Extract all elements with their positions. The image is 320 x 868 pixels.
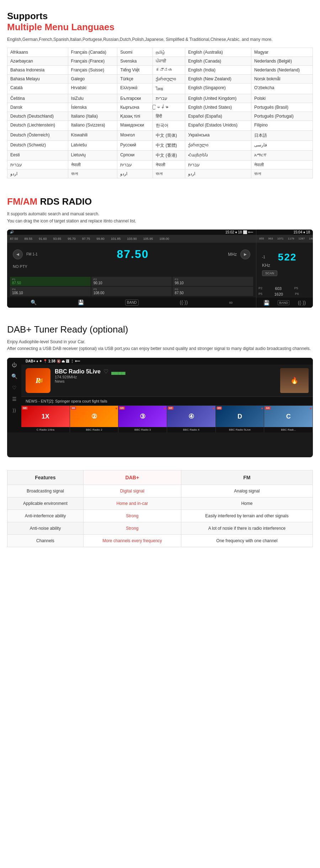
dab-channel[interactable]: 0/0 C ♥ BBC Radi... bbox=[264, 406, 313, 432]
dab-channel-heart-icon[interactable]: ♥ bbox=[67, 406, 69, 410]
fm-icon-loop[interactable]: ∞ bbox=[229, 300, 233, 305]
lang-cell: বাংলা bbox=[153, 169, 185, 178]
lang-cell: Български bbox=[117, 94, 153, 103]
am-panel: 15:04 ♦ 18 8559631071117912871404 -1 522… bbox=[256, 230, 313, 308]
am-unit: KHz bbox=[262, 263, 307, 268]
fm-preset[interactable]: P5108.00 bbox=[91, 287, 172, 296]
dab-channels: 0/0 1X ♥ C Radio 1Xtra 0/0 ② ♥ BBC Radio… bbox=[21, 405, 313, 432]
dab-channel-heart-icon[interactable]: ♥ bbox=[164, 406, 166, 410]
lang-cell: Nederlands (België) bbox=[251, 57, 313, 66]
lang-cell: Kiswahili bbox=[68, 131, 117, 141]
lang-cell: فارسی bbox=[251, 141, 313, 151]
fm-freq-bar: 87.5089.5591.6093.6595.7097.7599.80101.8… bbox=[7, 235, 256, 243]
dab-channel-badge: 0/0 bbox=[119, 406, 125, 410]
fm-icon-cast[interactable]: ((·)) bbox=[180, 300, 188, 305]
lang-cell: English (Singapore) bbox=[185, 83, 251, 94]
lang-cell: Македонски bbox=[117, 121, 153, 131]
dab-channel[interactable]: 0/0 1X ♥ C Radio 1Xtra bbox=[21, 406, 70, 432]
lang-cell: English (United Kingdom) bbox=[185, 94, 251, 103]
dab-sidebar: ⏻ 🔍 ♡ ☰ ⟩⟩ bbox=[7, 358, 21, 432]
dab-brand: DAB+ ♦ ✦ 📍 1:38 🔇 ⏏ 🖼 ⋮ ⟵ bbox=[26, 359, 80, 363]
fm-main-display: ◀ FM 1-1 87.50 MHz ▶ NO PTY bbox=[7, 243, 256, 275]
dab-description: Enjoy Audiophile-level Sound in your Car… bbox=[7, 339, 313, 352]
compare-cell: Easily interfered by terrain and other s… bbox=[181, 510, 313, 522]
lang-cell: Монгол bbox=[117, 131, 153, 141]
dab-channel-heart-icon[interactable]: ♥ bbox=[310, 406, 312, 410]
dab-channel[interactable]: 0/0 ③ ♥ BBC Radio 3 bbox=[118, 406, 167, 432]
lang-cell: Español (Estados Unidos) bbox=[185, 121, 251, 131]
lang-cell: 中文 (简体) bbox=[153, 131, 185, 141]
lang-cell: नेपाली bbox=[153, 161, 185, 169]
fm-icon-save[interactable]: 💾 bbox=[78, 300, 84, 305]
lang-cell: Hrvatski bbox=[68, 83, 117, 94]
fm-preset[interactable]: P687.50 bbox=[172, 287, 253, 296]
lang-cell: 中文 (香港) bbox=[153, 151, 185, 161]
dab-search-icon[interactable]: 🔍 bbox=[11, 373, 17, 379]
fm-preset[interactable]: P290.10 bbox=[91, 277, 172, 286]
lang-cell: नेपाली bbox=[251, 161, 313, 169]
lang-cell: 한국어 bbox=[153, 121, 185, 131]
lang-cell: বাংলা bbox=[251, 169, 313, 178]
lang-cell: ไทย bbox=[153, 83, 185, 94]
dab-heart-icon[interactable]: ♡ bbox=[12, 385, 17, 390]
lang-cell: Deutsch (Liechtenstein) bbox=[7, 121, 68, 131]
dab-channel-name: BBC Radio 5Live bbox=[216, 427, 264, 432]
fm-icon-search[interactable]: 🔍 bbox=[31, 300, 37, 305]
dab-channel[interactable]: 0/0 ④ ♥ BBC Radio 4 bbox=[167, 406, 216, 432]
lang-cell: ಕನ್ನಡ bbox=[153, 66, 185, 75]
dab-news-text: NEWS - ENT[2]: Springer opera court figh… bbox=[26, 399, 107, 403]
dab-channel-heart-icon[interactable]: ♥ bbox=[213, 406, 215, 410]
lang-cell: Deutsch (Österreich) bbox=[7, 131, 68, 141]
dab-type: News bbox=[55, 379, 276, 383]
fm-statusbar: 🔊 15:02 ♦ 18 ⬜ ⟵ bbox=[7, 230, 256, 235]
dab-list-icon[interactable]: ☰ bbox=[12, 396, 17, 402]
fm-preset[interactable]: P398.10 bbox=[172, 277, 253, 286]
compare-cell: Analog signal bbox=[181, 485, 313, 497]
fm-label: FM 1-1 bbox=[26, 252, 38, 256]
lang-cell: Հայերեն bbox=[185, 151, 251, 161]
lang-cell: বাংলা bbox=[68, 169, 117, 178]
fm-preset[interactable]: P4106.10 bbox=[10, 287, 91, 296]
dab-power-icon[interactable]: ⏻ bbox=[12, 362, 17, 368]
am-time: 15:04 ♦ 18 bbox=[293, 230, 310, 234]
lang-cell: Bahasa Indonesia bbox=[7, 66, 68, 75]
fm-icon-band[interactable]: BAND bbox=[125, 300, 139, 306]
dab-channel-heart-icon[interactable]: ♥ bbox=[261, 406, 263, 410]
lang-cell: हिंदी bbox=[153, 112, 185, 121]
lang-cell: Svenska bbox=[117, 57, 153, 66]
compare-cell: Applicable environment bbox=[7, 497, 84, 510]
languages-title-black: Supports bbox=[7, 11, 313, 22]
lang-cell: Norsk bokmål bbox=[251, 75, 313, 83]
lang-cell: Nederlands (Nederland) bbox=[251, 66, 313, 75]
dab-channel[interactable]: 0/0 ② ♥ BBC Radio 2 bbox=[70, 406, 119, 432]
fm-freq-value: 87.50 bbox=[41, 248, 225, 261]
fm-ruler: 87.5089.5591.6093.6595.7097.7599.80101.8… bbox=[10, 237, 169, 241]
dab-station-logo: R ad bbox=[26, 368, 50, 393]
lang-cell: Català bbox=[7, 83, 68, 94]
fm-prev-btn[interactable]: ◀ bbox=[13, 249, 23, 259]
lang-cell: 日本語 bbox=[251, 131, 313, 141]
fm-preset[interactable]: P187.50 bbox=[10, 277, 91, 286]
dab-channel-name: BBC Radio 4 bbox=[167, 427, 215, 432]
fm-controls: ◀ FM 1-1 87.50 MHz ▶ bbox=[13, 248, 250, 261]
am-ruler: 8559631071117912871404 bbox=[259, 237, 313, 240]
lang-cell: Italiano (Italia) bbox=[68, 112, 117, 121]
lang-cell: ਪੰਜਾਬੀ bbox=[153, 57, 185, 66]
am-icon-band[interactable]: BAND bbox=[278, 300, 289, 305]
lang-cell: اردو bbox=[117, 169, 153, 178]
lang-cell: Кыргызча bbox=[117, 103, 153, 112]
am-icon-save[interactable]: 💾 bbox=[263, 300, 270, 306]
dab-channel[interactable]: 0/0 D ♥ BBC Radio 5Live bbox=[216, 406, 265, 432]
lang-cell: English (India) bbox=[185, 66, 251, 75]
lang-cell: Українська bbox=[185, 131, 251, 141]
compare-cell: More channels every frequency bbox=[83, 535, 181, 547]
fm-pty: NO PTY bbox=[13, 264, 250, 269]
am-icon-cast[interactable]: ((·)) bbox=[298, 300, 306, 306]
dab-next-icon[interactable]: ⟩⟩ bbox=[12, 408, 16, 413]
am-scan-btn[interactable]: SCAN bbox=[262, 270, 277, 276]
fm-next-btn[interactable]: ▶ bbox=[240, 249, 250, 259]
dab-channel-heart-icon[interactable]: ♥ bbox=[115, 406, 117, 410]
radio-description: It supports automatic search and manual … bbox=[7, 211, 313, 224]
dab-favorite-icon[interactable]: ♡ bbox=[103, 368, 108, 375]
dab-frequency: 174.928MHz bbox=[55, 375, 276, 379]
